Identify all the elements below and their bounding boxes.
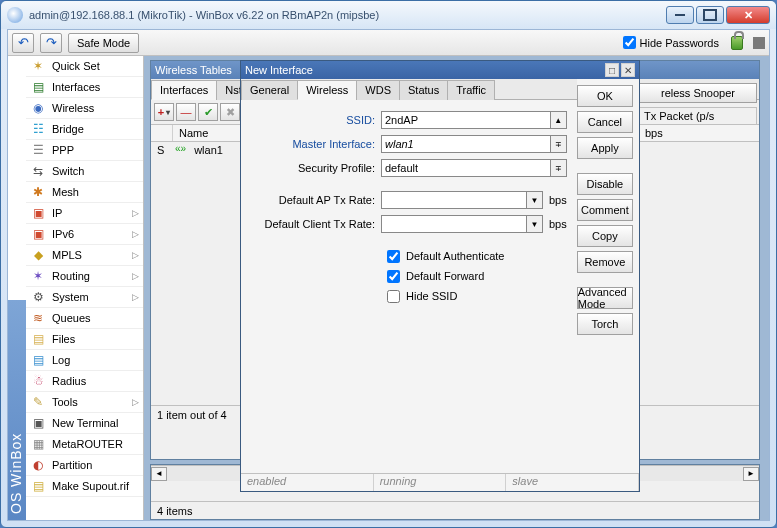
sidebar-item-wireless[interactable]: ◉Wireless <box>26 98 143 119</box>
sidebar-item-system[interactable]: ⚙System▷ <box>26 287 143 308</box>
sidebar-item-mpls[interactable]: ◆MPLS▷ <box>26 245 143 266</box>
ssid-input[interactable] <box>381 111 551 129</box>
sidebar-item-label: Tools <box>52 396 78 408</box>
sidebar-item-quick-set[interactable]: ✶Quick Set <box>26 56 143 77</box>
hide-ssid-checkbox[interactable] <box>387 290 400 303</box>
sidebar-item-radius[interactable]: ☃Radius <box>26 371 143 392</box>
ap-tx-down-icon[interactable]: ▼ <box>527 191 543 209</box>
security-profile-select[interactable] <box>381 159 551 177</box>
ic-sw-icon: ⇆ <box>30 163 46 179</box>
sidebar-item-label: Partition <box>52 459 92 471</box>
sidebar-item-tools[interactable]: ✎Tools▷ <box>26 392 143 413</box>
client-tx-rate-input[interactable] <box>381 215 527 233</box>
tab-interfaces[interactable]: Interfaces <box>151 80 217 100</box>
sidebar-item-label: Make Supout.rif <box>52 480 129 492</box>
master-dropdown-icon[interactable]: ∓ <box>551 135 567 153</box>
titlebar[interactable]: admin@192.168.88.1 (MikroTik) - WinBox v… <box>1 1 776 29</box>
wireless-snooper-button[interactable]: reless Snooper <box>639 83 757 103</box>
main-window: admin@192.168.88.1 (MikroTik) - WinBox v… <box>0 0 777 528</box>
dialog-tabs: General Wireless WDS Status Traffic <box>241 79 577 100</box>
ssid-up-icon[interactable]: ▲ <box>551 111 567 129</box>
sidebar-item-bridge[interactable]: ☷Bridge <box>26 119 143 140</box>
sidebar-item-label: Wireless <box>52 102 94 114</box>
close-button[interactable] <box>726 6 770 24</box>
tab-status[interactable]: Status <box>399 80 448 100</box>
tab-general[interactable]: General <box>241 80 298 100</box>
advanced-mode-button[interactable]: Advanced Mode <box>577 287 633 309</box>
hide-passwords-checkbox[interactable]: Hide Passwords <box>623 36 719 49</box>
security-dropdown-icon[interactable]: ∓ <box>551 159 567 177</box>
add-button[interactable]: + <box>154 103 174 121</box>
dialog-title[interactable]: New Interface □ ✕ <box>241 61 639 79</box>
sidebar-item-metarouter[interactable]: ▦MetaROUTER <box>26 434 143 455</box>
col-flag[interactable] <box>151 125 173 141</box>
sidebar-item-ppp[interactable]: ☰PPP <box>26 140 143 161</box>
tab-traffic[interactable]: Traffic <box>447 80 495 100</box>
sidebar-item-label: PPP <box>52 144 74 156</box>
cancel-button[interactable]: Cancel <box>577 111 633 133</box>
redo-button[interactable]: ↷ <box>40 33 62 53</box>
sidebar-item-ip[interactable]: ▣IP▷ <box>26 203 143 224</box>
ic-mpls-icon: ◆ <box>30 247 46 263</box>
minimize-button[interactable] <box>666 6 694 24</box>
ic-sys-icon: ⚙ <box>30 289 46 305</box>
dialog-status: enabled running slave <box>241 473 639 491</box>
col-tx-packet[interactable]: Tx Packet (p/s <box>639 107 757 125</box>
status-running: running <box>374 474 507 491</box>
dialog-close-button[interactable]: ✕ <box>621 63 635 77</box>
disable-button[interactable]: Disable <box>577 173 633 195</box>
tab-wireless[interactable]: Wireless <box>297 80 357 100</box>
torch-button[interactable]: Torch <box>577 313 633 335</box>
main-toolbar: ↶ ↷ Safe Mode Hide Passwords <box>8 30 769 56</box>
ic-su-icon: ▤ <box>30 478 46 494</box>
ok-button[interactable]: OK <box>577 85 633 107</box>
client-tx-down-icon[interactable]: ▼ <box>527 215 543 233</box>
ic-rt-icon: ✶ <box>30 268 46 284</box>
ap-tx-rate-input[interactable] <box>381 191 527 209</box>
sidebar-item-label: System <box>52 291 89 303</box>
undo-button[interactable]: ↶ <box>12 33 34 53</box>
copy-button[interactable]: Copy <box>577 225 633 247</box>
sidebar-item-interfaces[interactable]: ▤Interfaces <box>26 77 143 98</box>
disable-button[interactable]: ✖ <box>220 103 240 121</box>
maximize-button[interactable] <box>696 6 724 24</box>
ic-mesh-icon: ✱ <box>30 184 46 200</box>
default-forward-checkbox[interactable] <box>387 270 400 283</box>
window-title: admin@192.168.88.1 (MikroTik) - WinBox v… <box>29 9 664 21</box>
scroll-right-icon[interactable]: ► <box>743 467 759 481</box>
sidebar-item-make-supout.rif[interactable]: ▤Make Supout.rif <box>26 476 143 497</box>
sidebar-item-ipv6[interactable]: ▣IPv6▷ <box>26 224 143 245</box>
dialog-max-button[interactable]: □ <box>605 63 619 77</box>
scroll-left-icon[interactable]: ◄ <box>151 467 167 481</box>
sidebar-item-log[interactable]: ▤Log <box>26 350 143 371</box>
ic-rad-icon: ☃ <box>30 373 46 389</box>
enable-button[interactable]: ✔ <box>198 103 218 121</box>
master-label: Master Interface: <box>251 138 381 150</box>
sidebar-item-files[interactable]: ▤Files <box>26 329 143 350</box>
sidebar-item-switch[interactable]: ⇆Switch <box>26 161 143 182</box>
tab-wds[interactable]: WDS <box>356 80 400 100</box>
sidebar-item-queues[interactable]: ≋Queues <box>26 308 143 329</box>
default-authenticate-checkbox[interactable] <box>387 250 400 263</box>
interface-icon: «» <box>173 143 188 157</box>
sidebar-item-mesh[interactable]: ✱Mesh <box>26 182 143 203</box>
apply-button[interactable]: Apply <box>577 137 633 159</box>
safe-mode-button[interactable]: Safe Mode <box>68 33 139 53</box>
ic-ppp-icon: ☰ <box>30 142 46 158</box>
remove-row-button[interactable]: — <box>176 103 196 121</box>
default-authenticate-label: Default Authenticate <box>406 250 504 262</box>
ap-tx-unit: bps <box>549 194 567 206</box>
comment-button[interactable]: Comment <box>577 199 633 221</box>
new-interface-dialog[interactable]: New Interface □ ✕ General Wireless WDS S… <box>240 60 640 492</box>
sidebar-item-routing[interactable]: ✶Routing▷ <box>26 266 143 287</box>
sidebar-item-new-terminal[interactable]: ▣New Terminal <box>26 413 143 434</box>
master-interface-select[interactable] <box>381 135 551 153</box>
ic-ip6-icon: ▣ <box>30 226 46 242</box>
sidebar-item-partition[interactable]: ◐Partition <box>26 455 143 476</box>
sidebar-item-label: Interfaces <box>52 81 100 93</box>
remove-button[interactable]: Remove <box>577 251 633 273</box>
ic-mr-icon: ▦ <box>30 436 46 452</box>
dialog-buttons: OK Cancel Apply Disable Comment Copy Rem… <box>577 79 639 491</box>
sidebar-item-label: Switch <box>52 165 84 177</box>
col-name[interactable]: Name <box>173 125 243 141</box>
